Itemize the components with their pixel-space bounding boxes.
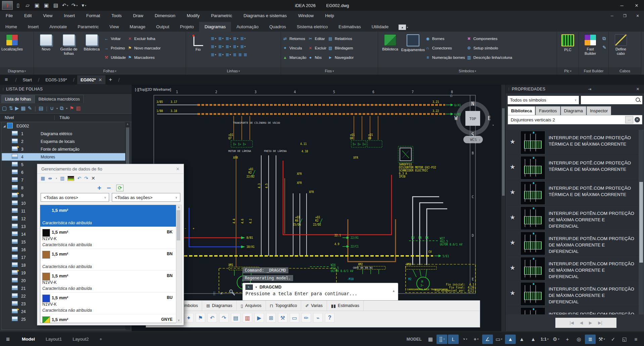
ribbon-button-pr-ximo[interactable]: →Próximo bbox=[104, 44, 126, 52]
annotation-scale-icon-toggle[interactable]: ▲ bbox=[528, 335, 539, 344]
ribbon-tab-home[interactable]: Home bbox=[0, 22, 22, 32]
ribbon-button-marcadores[interactable]: ⚑Marcadores bbox=[127, 54, 161, 61]
wire-line-button[interactable]: ≣▾ bbox=[210, 52, 217, 57]
edit-builder-icon[interactable]: ✎ bbox=[602, 45, 606, 50]
ribbon-tab-parametric[interactable]: Parametric bbox=[72, 22, 104, 32]
sheet-row-1[interactable]: 1Diagrama elétrico bbox=[2, 130, 126, 138]
scroll-thumb[interactable] bbox=[502, 108, 505, 196]
ribbon-button-retornos[interactable]: ⇄Retornos bbox=[282, 35, 307, 42]
favorite-star-icon[interactable]: ★ bbox=[510, 289, 515, 297]
library-item-8[interactable]: ★INTERRUP.DE POTÊN.COM PROTEÇÃO DE MÁXIM… bbox=[506, 306, 639, 314]
symbol-filter-dropdown[interactable]: Todos os símbolos∨ bbox=[508, 96, 579, 104]
dialog-title-bar[interactable]: Gerenciamento de dados de fio✕ bbox=[37, 164, 184, 174]
clear-icon[interactable]: ✕ bbox=[635, 117, 640, 122]
layout-grid-icon[interactable]: ⊞ bbox=[266, 313, 276, 322]
menu-insert[interactable]: Insert bbox=[58, 11, 81, 21]
pin-icon[interactable]: ⇥ bbox=[586, 87, 593, 91]
open-file-icon[interactable]: ▱ bbox=[24, 2, 32, 9]
bookmark-icon[interactable]: ⚑ bbox=[196, 313, 205, 322]
new-document-tab[interactable]: + bbox=[105, 76, 116, 83]
ribbon-group-label-fast-builder[interactable]: Fast Builder bbox=[579, 67, 608, 75]
file-tabs-menu-icon[interactable]: ≡ bbox=[0, 77, 12, 83]
new-marker-icon[interactable]: ✦ bbox=[184, 313, 193, 322]
sheet-tab-biblioteca-macroblocos[interactable]: Biblioteca macroblocos bbox=[35, 95, 83, 103]
ribbon-button-utilidade[interactable]: ⚒Utilidade bbox=[104, 54, 126, 61]
column-titulo[interactable]: Título bbox=[55, 115, 70, 120]
ribbon-group-label-fios[interactable]: Fios▾ bbox=[281, 67, 378, 75]
close-icon[interactable]: ✕ bbox=[634, 87, 642, 91]
bottom-tab-arquivos[interactable]: ▯Arquivos bbox=[237, 301, 266, 311]
restore-doc-button[interactable]: ❒ bbox=[618, 11, 631, 21]
ribbon-button-conectores[interactable]: ∩Conectores bbox=[425, 44, 465, 52]
home-icon[interactable]: ⌂ bbox=[450, 93, 452, 98]
document-tab-eg05-159[interactable]: EG05-159* bbox=[42, 75, 70, 84]
menu-format[interactable]: Format bbox=[81, 11, 106, 21]
ribbon-button-excluir[interactable]: ✕Excluir bbox=[308, 44, 327, 52]
print-icon[interactable]: ▤ bbox=[231, 313, 240, 322]
bottom-tab-varias[interactable]: ✐Varias bbox=[301, 301, 327, 311]
sheet-panel-header[interactable]: ⁞LISTA DE FOLHAS bbox=[0, 85, 132, 94]
library-item-2[interactable]: ★INTERRUP.DE POTÊ.COM PROTEÇÃO TÉRMICA E… bbox=[506, 155, 639, 180]
refresh-button[interactable]: ⟳ bbox=[116, 185, 124, 191]
graphics-performance-toggle[interactable]: ≣ bbox=[585, 335, 596, 344]
wire-line-button[interactable]: ≣ bbox=[243, 52, 248, 57]
menu-window[interactable]: Window bbox=[292, 11, 319, 21]
ribbon-button-biblioteca[interactable]: Biblioteca bbox=[81, 33, 102, 51]
minimize-button[interactable]: ─ bbox=[614, 0, 629, 10]
scroll-thumb[interactable] bbox=[177, 210, 180, 240]
menu-view[interactable]: View bbox=[37, 11, 58, 21]
ribbon-button-gest-o-de-folhas[interactable]: Gestão de folhas bbox=[58, 33, 80, 56]
minimize-doc-button[interactable]: ─ bbox=[606, 11, 618, 21]
renumber-sheets-icon[interactable]: ⇅ bbox=[9, 105, 13, 111]
ribbon-tab-manage[interactable]: Manage bbox=[124, 22, 151, 32]
add-tool-toggle[interactable]: + bbox=[562, 335, 573, 344]
ribbon-group-label-cabos[interactable]: Cabos bbox=[609, 67, 641, 75]
menu-help[interactable]: Help bbox=[319, 11, 340, 21]
polar-tracking-toggle[interactable]: ◔▾ bbox=[459, 335, 470, 344]
ribbon-button-voltar[interactable]: ←Voltar bbox=[104, 35, 126, 42]
wire-item-5[interactable]: 1,5 mm²BUN1VV-KCaracterística não atribu… bbox=[40, 293, 176, 314]
close-icon[interactable]: ✕ bbox=[220, 291, 223, 296]
selection-modes-toggle[interactable]: ▭▾ bbox=[494, 335, 504, 344]
attach-icon[interactable]: ∪ bbox=[50, 105, 54, 111]
compass-west[interactable]: W bbox=[454, 115, 458, 121]
copy-icon[interactable]: ⧉ bbox=[60, 105, 63, 111]
menu-dimension[interactable]: Dimension bbox=[149, 11, 181, 21]
ribbon-button-n-s[interactable]: ●Nòs bbox=[308, 54, 327, 61]
wire-colors-icon[interactable] bbox=[67, 176, 74, 181]
layout-tab-layout1[interactable]: Layout1 bbox=[41, 337, 66, 342]
ribbon-tab-output[interactable]: Output bbox=[151, 22, 175, 32]
sheet-row-3[interactable]: 3Fonte de alimentação bbox=[2, 145, 126, 153]
library-query-input[interactable]: Disjuntores verticais 2 bbox=[508, 117, 625, 122]
ribbon-tab-view[interactable]: View bbox=[104, 22, 124, 32]
ribbon-button-vincula[interactable]: ✦Vincula bbox=[282, 44, 307, 52]
favorite-star-icon[interactable]: ★ bbox=[510, 138, 515, 146]
menu-draw[interactable]: Draw bbox=[127, 11, 149, 21]
favorite-star-icon[interactable]: ★ bbox=[510, 264, 515, 272]
favorite-star-icon[interactable]: ★ bbox=[510, 163, 515, 171]
translate-icon[interactable]: ⚑ bbox=[70, 105, 74, 111]
ribbon-button-relat-rios[interactable]: ▤Relatórios bbox=[328, 35, 354, 42]
menu-modify[interactable]: Modify bbox=[181, 11, 205, 21]
favorite-star-icon[interactable]: ★ bbox=[510, 188, 515, 196]
wire-line-button[interactable]: ≣▾ bbox=[218, 44, 224, 49]
color-filter-dropdown[interactable]: <Todas as cores>∨ bbox=[41, 193, 109, 202]
search-input[interactable] bbox=[581, 96, 642, 104]
ribbon-button-fast-builder[interactable]: Fast Builder bbox=[580, 33, 600, 56]
section-filter-dropdown[interactable]: <Todas as seções>∨ bbox=[112, 193, 180, 202]
sheet-tab-lista-de-folhas[interactable]: Lista de folhas bbox=[1, 95, 35, 103]
wrench-icon[interactable] bbox=[230, 290, 232, 293]
library-item-7[interactable]: ★INTERRUP.DE POTÊN.COM PROTEÇÃO DE MÁXIM… bbox=[506, 281, 639, 306]
wire-line-button[interactable]: ≣▾ bbox=[232, 36, 239, 41]
redo-icon[interactable]: ↷ bbox=[84, 176, 88, 181]
redo-icon[interactable]: ↷ bbox=[219, 313, 229, 322]
library-item-1[interactable]: ★INTERRUP.DE POTÊ.COM PROTEÇÃO TÉRMICA E… bbox=[506, 130, 639, 155]
ribbon-button-setup-s-mbolo[interactable]: ⚙Setup símbolo bbox=[466, 44, 512, 52]
undo-icon[interactable]: ↶▾ bbox=[61, 2, 69, 9]
wire-line-button[interactable]: ≣▾ bbox=[210, 36, 217, 41]
wire-item-3[interactable]: 1,5 mm²BNCaracterística não atribuída bbox=[40, 249, 176, 271]
edit-sheet-icon[interactable]: ✎ bbox=[28, 105, 32, 111]
layout-tab-[interactable]: + bbox=[95, 337, 107, 342]
add-wire-button[interactable]: + bbox=[97, 184, 101, 192]
menu-diagramas-e-sistemas[interactable]: Diagramas e sistemas bbox=[238, 11, 292, 21]
